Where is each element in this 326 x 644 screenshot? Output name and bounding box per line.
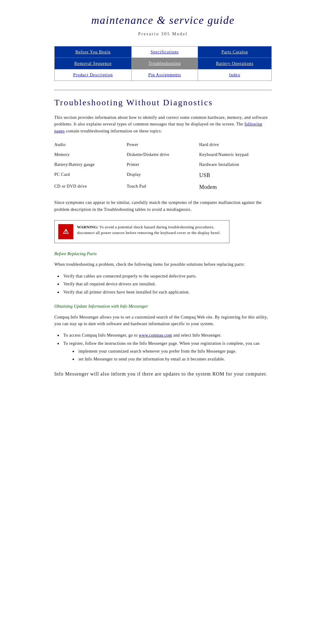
warning-box: ⚠ WARNING: To avoid a potential shock ha… [54,220,229,243]
nav-link-specifications[interactable]: Specifications [151,50,179,54]
nav-cell-troubleshooting: Troubleshooting [132,58,198,69]
topic-keyboard: Keyboard/Numeric keypad [199,151,272,159]
intro-text-start: This section provides information about … [54,115,268,126]
intro-text-end: contain troubleshooting information on t… [66,129,162,133]
nested-bullet-implement: implement your customized search wheneve… [72,348,272,355]
access-text-start: To access Compaq Info Messenger, go to [63,333,138,338]
topic-modem: Modem [199,182,272,192]
topic-power: Power [127,141,199,149]
topic-diskette: Diskette/Diskette drive [127,151,199,159]
nav-link-parts-catalog[interactable]: Parts Catalog [222,50,248,54]
page-subtitle: Presario 305 Model [54,31,272,37]
symptom-paragraph: Since symptoms can appear to be similar,… [54,199,272,213]
nav-link-pin-assignments[interactable]: Pin Assignments [148,73,181,77]
topics-grid: Audio Power Hard drive Memory Diskette/D… [54,141,272,192]
section-heading: Troubleshooting Without Diagnostics [54,96,272,109]
nested-list: implement your customized search wheneve… [63,348,272,363]
nav-cell-before-you-begin: Before You Begin [55,46,132,58]
topic-memory: Memory [54,151,127,159]
page-title: maintenance & service guide [54,12,272,28]
warning-label: WARNING: [77,225,98,229]
obtaining-update-title: Obtaining Update Information with Info M… [54,303,272,310]
obtaining-update-intro: Compaq Info Messenger allows you to set … [54,314,272,328]
nav-cell-parts-catalog: Parts Catalog [198,46,272,58]
bullet-register: To register, follow the instructions on … [57,340,272,363]
bullet-verify-drivers: Verify that all required device drivers … [57,281,272,287]
bullet-verify-cables: Verify that cables are connected properl… [57,273,272,280]
intro-paragraph: This section provides information about … [54,114,272,135]
register-text: To register, follow the instructions on … [63,341,260,346]
nested-bullet-set: set Info Messenger to send you the infor… [72,356,272,363]
nav-cell-product-description: Product Description [55,69,132,81]
access-text-end: and select Info Messenger. [173,333,222,338]
topic-hard-drive: Hard drive [199,141,272,149]
warning-body: To avoid a potential shock hazard during… [77,225,221,235]
topic-printer: Printer [127,160,199,169]
nav-cell-removal-sequence: Removal Sequence [55,58,132,69]
topic-cd-dvd: CD or DVD drive [54,182,127,192]
nav-link-troubleshooting[interactable]: Troubleshooting [149,61,181,66]
nav-link-removal-sequence[interactable]: Removal Sequence [74,61,112,66]
topic-touchpad: Touch Pad [127,182,199,192]
topic-display: Display [127,170,199,180]
final-paragraph: Info Messenger will also inform you if t… [54,370,272,378]
warning-text: WARNING: To avoid a potential shock haza… [77,224,225,236]
topic-audio: Audio [54,141,127,149]
nav-cell-specifications: Specifications [132,46,198,58]
nav-link-before-you-begin[interactable]: Before You Begin [75,50,111,54]
nav-cell-pin-assignments: Pin Assignments [132,69,198,81]
nav-link-battery-operations[interactable]: Battery Operations [216,61,253,66]
compaq-link[interactable]: www.compaq.com [139,333,172,338]
before-replacing-list: Verify that cables are connected properl… [54,273,272,296]
topic-hardware: Hardware Installation [199,160,272,169]
warning-icon: ⚠ [58,224,73,239]
bullet-access-messenger: To access Compaq Info Messenger, go to w… [57,332,272,339]
nav-cell-battery-operations: Battery Operations [198,58,272,69]
nav-cell-index: Index [198,69,272,81]
nav-link-index[interactable]: Index [229,73,240,77]
topic-pc-card: PC Card [54,170,127,180]
before-replacing-title: Before Replacing Parts [54,250,272,257]
section-divider [54,90,272,90]
nav-link-product-description[interactable]: Product Description [73,73,113,77]
before-replacing-intro: When troubleshooting a problem, check th… [54,261,272,268]
bullet-verify-printer-drivers: Verify that all printer drivers have bee… [57,289,272,296]
navigation-table: Before You Begin Specifications Parts Ca… [54,46,272,81]
obtaining-update-list: To access Compaq Info Messenger, go to w… [54,332,272,363]
topic-usb: USB [199,170,272,180]
topic-battery: Battery/Battery gauge [54,160,127,169]
